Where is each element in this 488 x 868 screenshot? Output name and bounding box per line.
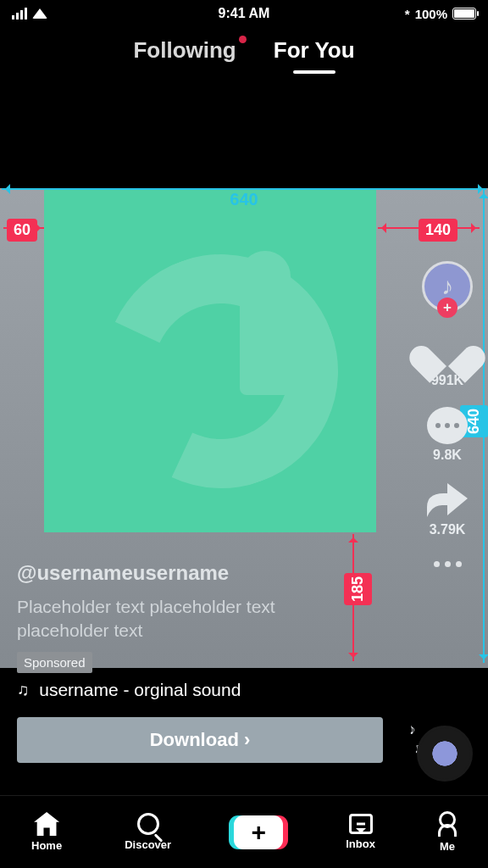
tiktok-note-icon: ♪: [441, 273, 453, 300]
music-note-icon: ♫: [17, 681, 29, 699]
follow-plus-icon[interactable]: +: [437, 298, 458, 318]
comment-icon: [427, 407, 468, 444]
share-count: 3.79K: [430, 522, 466, 537]
sound-disc[interactable]: [417, 726, 473, 782]
more-button[interactable]: [434, 561, 462, 567]
video-meta: @usernameusername Placeholder text place…: [17, 561, 344, 673]
bottom-strip: ♫ username - orginal sound Download › ♪♫: [0, 668, 488, 795]
notification-dot-icon: [239, 36, 247, 43]
comment-button[interactable]: 9.8K: [427, 407, 468, 463]
bluetooth-icon: *: [405, 7, 410, 21]
sound-text: username - orginal sound: [39, 680, 241, 700]
tab-home-label: Home: [31, 839, 62, 852]
tab-inbox-label: Inbox: [346, 837, 375, 850]
profile-avatar[interactable]: ♪ +: [422, 261, 473, 312]
inbox-icon: [349, 814, 373, 834]
disc-icon: [417, 726, 473, 782]
plus-icon: +: [251, 818, 266, 847]
heart-icon: [426, 331, 469, 370]
tab-me[interactable]: Me: [438, 811, 457, 853]
tab-discover-label: Discover: [125, 838, 171, 851]
share-button[interactable]: 3.79K: [425, 481, 469, 537]
home-icon: [34, 812, 59, 836]
download-button[interactable]: Download ›: [17, 717, 383, 763]
tab-me-label: Me: [440, 840, 455, 853]
share-icon: [425, 481, 469, 519]
tab-for-you-label: For You: [274, 37, 355, 63]
tab-discover[interactable]: Discover: [125, 813, 171, 851]
search-icon: [137, 813, 159, 835]
margin-bottom-label: 185: [344, 573, 372, 605]
margin-right-label: 140: [419, 219, 458, 242]
battery-icon: [452, 8, 476, 19]
tab-bar: Home Discover + Inbox Me: [0, 795, 488, 868]
wifi-icon: [32, 8, 47, 19]
tiktok-logo-faint-icon: [104, 259, 316, 488]
feed-tabs: Following For You: [0, 37, 488, 64]
ruler-width-label: 640: [230, 190, 258, 209]
like-button[interactable]: 991K: [426, 331, 469, 388]
tab-following[interactable]: Following: [133, 37, 236, 64]
status-bar: 9:41 AM * 100%: [0, 0, 488, 27]
tab-home[interactable]: Home: [31, 812, 62, 852]
caption: Placeholder text placeholder text placeh…: [17, 595, 344, 643]
battery-percent: 100%: [415, 7, 447, 21]
action-rail: ♪ + 991K 9.8K 3.79K: [417, 261, 478, 567]
profile-icon: [438, 811, 457, 837]
create-button[interactable]: +: [234, 815, 283, 849]
tab-inbox[interactable]: Inbox: [346, 814, 375, 850]
safe-zone: [44, 188, 376, 532]
signal-icon: [12, 8, 27, 19]
tab-following-label: Following: [133, 37, 236, 63]
clock: 9:41 AM: [219, 6, 270, 21]
active-underline: [293, 70, 336, 74]
margin-left-label: 60: [7, 219, 37, 242]
download-label: Download ›: [150, 729, 251, 751]
sound-row[interactable]: ♫ username - orginal sound: [17, 680, 471, 700]
username[interactable]: @usernameusername: [17, 561, 344, 585]
tab-for-you[interactable]: For You: [274, 37, 355, 64]
